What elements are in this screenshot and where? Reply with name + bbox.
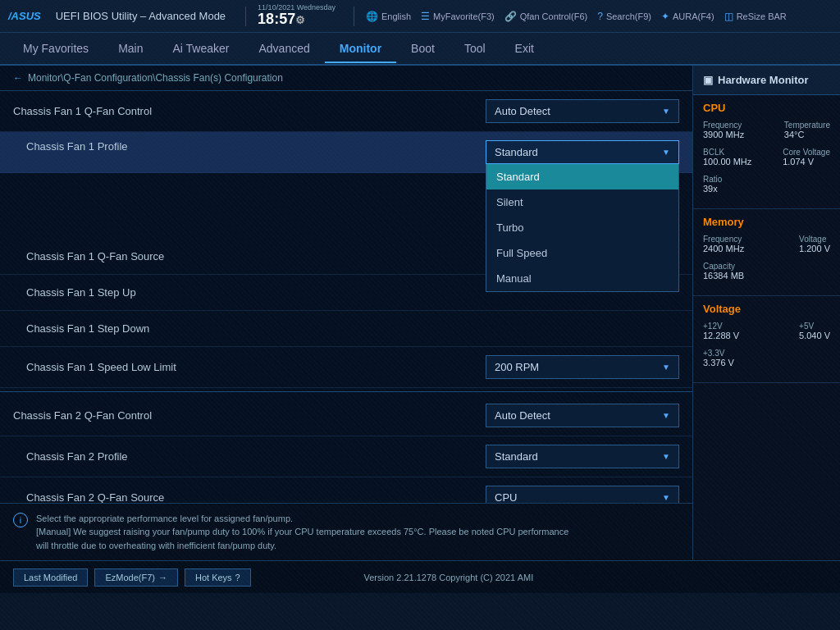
hw-cpu-freq-value: 3900 MHz (703, 130, 744, 139)
globe-icon: 🌐 (366, 11, 378, 22)
topbar-aura[interactable]: ✦ AURA(F4) (661, 11, 714, 22)
top-bar-items: 🌐 English ☰ MyFavorite(F3) 🔗 Qfan Contro… (366, 11, 832, 22)
dropdown-value-chassis-fan1-profile: Standard (495, 146, 538, 158)
last-modified-button[interactable]: Last Modified (13, 568, 88, 587)
label-chassis-fan2-qfan-source: Chassis Fan 2 Q-Fan Source (13, 491, 164, 503)
dropdown-chassis-fan1-profile[interactable]: Standard ▼ Standard Silent Turbo Full Sp… (486, 140, 679, 164)
info-bar: i Select the appropriate performance lev… (0, 503, 692, 561)
chevron-down-icon: ▼ (662, 107, 670, 116)
hotkeys-icon: ? (235, 573, 240, 582)
label-chassis-fan2-qfan-control: Chassis Fan 2 Q-Fan Control (13, 409, 152, 422)
aura-icon: ✦ (661, 11, 669, 22)
dropdown-option-full-speed[interactable]: Full Speed (486, 240, 678, 266)
hw-mem-freq-row: Frequency 2400 MHz Voltage 1.200 V (703, 235, 830, 257)
hw-mem-freq-value: 2400 MHz (703, 244, 744, 253)
resize-icon: ◫ (724, 11, 733, 22)
setting-chassis-fan2-profile: Chassis Fan 2 Profile Standard ▼ (0, 436, 692, 477)
breadcrumb: ← Monitor\Q-Fan Configuration\Chassis Fa… (0, 66, 692, 91)
label-chassis-fan1-qfan-source: Chassis Fan 1 Q-Fan Source (13, 250, 164, 262)
dropdown-value-chassis-fan1-speed-low-limit: 200 RPM (495, 361, 539, 373)
bios-title: UEFI BIOS Utility – Advanced Mode (56, 10, 226, 22)
bottom-bar: Last Modified EzMode(F7) → Hot Keys ? Ve… (0, 560, 840, 593)
hw-cpu-temp-value: 34°C (784, 130, 830, 139)
dropdown-option-silent[interactable]: Silent (486, 189, 678, 215)
dropdown-chassis-fan1-speed-low-limit[interactable]: 200 RPM ▼ (486, 355, 679, 379)
topbar-search-label: Search(F9) (606, 11, 651, 21)
hw-cpu-voltage-label: Core Voltage (783, 148, 830, 157)
setting-chassis-fan1-speed-low-limit: Chassis Fan 1 Speed Low Limit 200 RPM ▼ (0, 347, 692, 388)
hw-cpu-temp-label: Temperature (784, 121, 830, 130)
chevron-down-icon2: ▼ (662, 148, 670, 157)
topbar-qfan[interactable]: 🔗 Qfan Control(F6) (504, 11, 588, 22)
dropdown-chassis-fan2-profile[interactable]: Standard ▼ (486, 445, 679, 468)
nav-my-favorites[interactable]: My Favorites (8, 35, 103, 63)
chevron-down-icon6: ▼ (662, 493, 670, 502)
topbar-search[interactable]: ? Search(F9) (597, 11, 651, 22)
topbar-english-label: English (381, 11, 411, 21)
ezmode-button[interactable]: EzMode(F7) → (94, 568, 178, 587)
bottom-buttons-left: Last Modified EzMode(F7) → Hot Keys ? (13, 568, 251, 587)
back-arrow[interactable]: ← (13, 72, 23, 84)
dropdown-btn-chassis-fan2-profile[interactable]: Standard ▼ (486, 445, 679, 468)
label-chassis-fan1-speed-low-limit: Chassis Fan 1 Speed Low Limit (13, 361, 176, 373)
topbar-aura-label: AURA(F4) (673, 11, 714, 21)
dropdown-option-manual[interactable]: Manual (486, 266, 678, 291)
hw-mem-capacity-label: Capacity (703, 262, 744, 271)
info-line2: [Manual] We suggest raising your fan/pum… (36, 527, 568, 536)
setting-chassis-fan2-qfan-control: Chassis Fan 2 Q-Fan Control Auto Detect … (0, 395, 692, 436)
dropdown-chassis-fan2-qfan-control[interactable]: Auto Detect ▼ (486, 404, 679, 427)
dropdown-value-chassis-fan2-qfan-control: Auto Detect (495, 409, 550, 422)
info-line3: will throttle due to overheating with in… (36, 541, 276, 550)
topbar-english[interactable]: 🌐 English (366, 11, 411, 22)
dropdown-btn-chassis-fan1-profile[interactable]: Standard ▼ (486, 140, 679, 164)
nav-tool[interactable]: Tool (450, 35, 500, 63)
dropdown-btn-chassis-fan2-qfan-source[interactable]: CPU ▼ (486, 486, 679, 503)
nav-ai-tweaker[interactable]: Ai Tweaker (158, 35, 244, 63)
dropdown-option-turbo[interactable]: Turbo (486, 215, 678, 240)
ezmode-label: EzMode(F7) (105, 573, 155, 582)
ezmode-arrow-icon: → (158, 573, 167, 582)
dropdown-menu-chassis-fan1-profile: Standard Silent Turbo Full Speed Manual (486, 164, 679, 292)
setting-chassis-fan1-qfan-control: Chassis Fan 1 Q-Fan Control Auto Detect … (0, 91, 692, 132)
bottom-version: Version 2.21.1278 Copyright (C) 2021 AMI (251, 573, 646, 582)
nav-exit[interactable]: Exit (500, 35, 549, 63)
nav-boot[interactable]: Boot (396, 35, 450, 63)
info-icon: i (13, 513, 28, 527)
hw-cpu-voltage-value: 1.074 V (783, 157, 830, 167)
hw-voltage-section: Voltage +12V 12.288 V +5V 5.040 V +3.3V … (693, 296, 840, 383)
setting-chassis-fan2-qfan-source: Chassis Fan 2 Q-Fan Source CPU ▼ (0, 477, 692, 503)
dropdown-btn-chassis-fan1-speed-low-limit[interactable]: 200 RPM ▼ (486, 355, 679, 379)
right-panel: ▣ Hardware Monitor CPU Frequency 3900 MH… (692, 66, 840, 560)
section-divider (0, 391, 692, 392)
hw-v12-row: +12V 12.288 V +5V 5.040 V (703, 322, 830, 344)
topbar-qfan-label: Qfan Control(F6) (520, 11, 588, 21)
topbar-resizebar[interactable]: ◫ ReSize BAR (724, 11, 787, 22)
hw-v5-label: +5V (799, 322, 830, 331)
hw-cpu-bclk-label: BCLK (703, 148, 751, 157)
hw-v12-label: +12V (703, 322, 739, 331)
menu-icon: ☰ (421, 11, 430, 22)
nav-monitor[interactable]: Monitor (325, 35, 396, 63)
topbar-myfavorite[interactable]: ☰ MyFavorite(F3) (421, 11, 495, 22)
nav-advanced[interactable]: Advanced (244, 35, 324, 63)
dropdown-option-standard[interactable]: Standard (486, 164, 678, 189)
nav-main[interactable]: Main (103, 35, 158, 63)
hw-voltage-title: Voltage (703, 303, 830, 315)
dropdown-chassis-fan2-qfan-source[interactable]: CPU ▼ (486, 486, 679, 503)
info-line1: Select the appropriate performance level… (36, 514, 293, 523)
hw-memory-title: Memory (703, 216, 830, 228)
hw-cpu-freq-label: Frequency (703, 121, 744, 130)
settings-icon[interactable]: ⚙ (295, 14, 305, 26)
main-layout: ← Monitor\Q-Fan Configuration\Chassis Fa… (0, 66, 840, 560)
hotkeys-label: Hot Keys (195, 573, 232, 582)
nav-bar: My Favorites Main Ai Tweaker Advanced Mo… (0, 33, 840, 66)
logo: /ASUS (8, 10, 41, 22)
last-modified-label: Last Modified (24, 573, 77, 582)
hotkeys-button[interactable]: Hot Keys ? (185, 568, 251, 587)
dropdown-chassis-fan1-qfan-control[interactable]: Auto Detect ▼ (486, 99, 679, 123)
hw-cpu-title: CPU (703, 102, 830, 114)
dropdown-btn-chassis-fan1-qfan-control[interactable]: Auto Detect ▼ (486, 99, 679, 123)
dropdown-btn-chassis-fan2-qfan-control[interactable]: Auto Detect ▼ (486, 404, 679, 427)
dropdown-value-chassis-fan2-profile: Standard (495, 450, 538, 463)
hw-v33-row: +3.3V 3.376 V (703, 349, 830, 371)
